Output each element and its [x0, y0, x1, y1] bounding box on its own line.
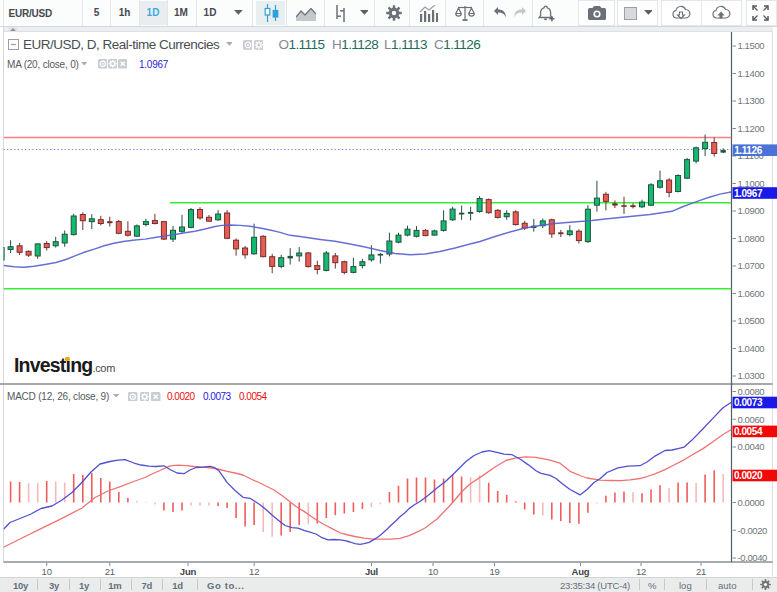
svg-text:1.0400: 1.0400	[738, 343, 765, 354]
svg-text:1.1400: 1.1400	[738, 68, 765, 79]
svg-text:0.0080: 0.0080	[738, 386, 765, 397]
svg-text:1.1300: 1.1300	[738, 95, 765, 106]
svg-text:1.1200: 1.1200	[738, 123, 765, 134]
svg-text:10: 10	[428, 566, 438, 577]
svg-text:0.0060: 0.0060	[738, 414, 765, 425]
svg-text:0.0073: 0.0073	[734, 397, 763, 408]
svg-text:21: 21	[696, 566, 706, 577]
svg-text:1.0600: 1.0600	[738, 288, 765, 299]
svg-text:Jul: Jul	[365, 566, 378, 577]
svg-text:1.0967: 1.0967	[734, 188, 763, 199]
svg-text:1.1500: 1.1500	[738, 40, 765, 51]
svg-text:-0.0040: -0.0040	[738, 552, 768, 563]
svg-text:21: 21	[105, 566, 115, 577]
svg-text:12: 12	[249, 566, 259, 577]
svg-text:10: 10	[42, 566, 52, 577]
svg-text:19: 19	[489, 566, 499, 577]
svg-text:1.0800: 1.0800	[738, 233, 765, 244]
svg-text:12: 12	[636, 566, 646, 577]
svg-text:0.0054: 0.0054	[734, 426, 763, 437]
svg-text:0.0000: 0.0000	[738, 497, 765, 508]
svg-text:0.0020: 0.0020	[734, 470, 763, 481]
svg-text:1.0900: 1.0900	[738, 205, 765, 216]
svg-text:1.0300: 1.0300	[738, 370, 765, 381]
svg-text:1.1126: 1.1126	[734, 145, 762, 156]
svg-text:Jun: Jun	[180, 566, 197, 577]
svg-text:Aug: Aug	[572, 566, 590, 577]
svg-text:-0.0020: -0.0020	[738, 525, 768, 536]
svg-text:1.0500: 1.0500	[738, 315, 765, 326]
svg-text:0.0040: 0.0040	[738, 441, 765, 452]
svg-text:1.0700: 1.0700	[738, 260, 765, 271]
